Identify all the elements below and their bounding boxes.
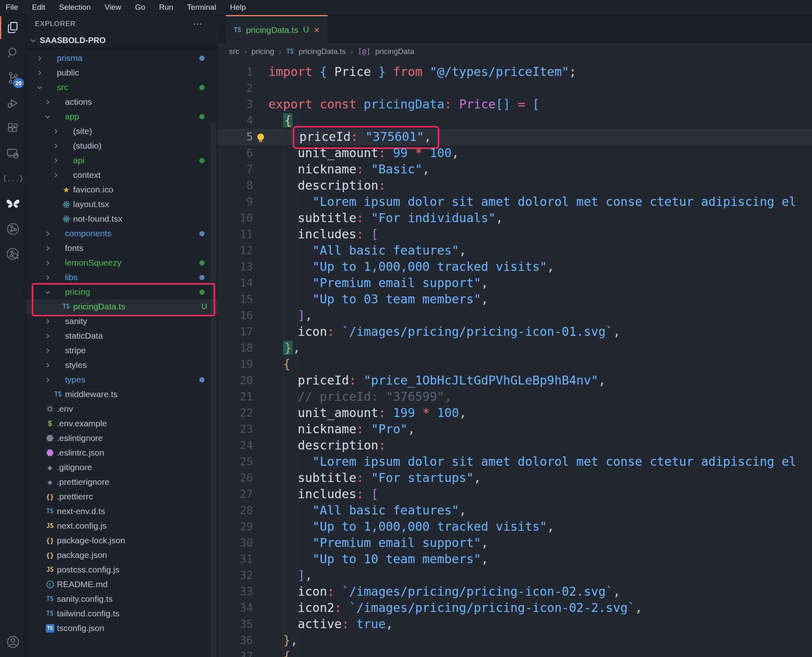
tree-item-context[interactable]: context — [26, 168, 218, 182]
menu-item-view[interactable]: View — [105, 3, 121, 12]
source-control-icon[interactable]: 20 — [0, 65, 26, 91]
breadcrumb-item-pricing[interactable]: pricing — [251, 47, 274, 56]
menu-item-file[interactable]: File — [6, 3, 18, 12]
menu-item-terminal[interactable]: Terminal — [187, 3, 216, 12]
code-line-21[interactable]: 21 // priceId: "376599", — [218, 389, 812, 405]
tab-pricingdata[interactable]: TS pricingData.ts U × — [226, 15, 328, 43]
code-line-7[interactable]: 7 nickname: "Basic", — [218, 161, 812, 177]
tree-item-api[interactable]: api — [26, 153, 218, 168]
account-icon[interactable] — [0, 629, 26, 655]
tree-item-public[interactable]: public — [26, 65, 218, 80]
code-editor[interactable]: 1import { Price } from "@/types/priceIte… — [218, 60, 812, 657]
tree-item-pricing[interactable]: pricing — [26, 285, 218, 299]
code-line-1[interactable]: 1import { Price } from "@/types/priceIte… — [218, 64, 812, 80]
code-line-12[interactable]: 12 "All basic features", — [218, 242, 812, 259]
menu-item-go[interactable]: Go — [135, 3, 145, 12]
tree-item-tsconfig.json[interactable]: TStsconfig.json — [26, 621, 218, 635]
code-line-20[interactable]: 20 priceId: "price_1ObHcJLtGdPVhGLeBp9hB… — [218, 372, 812, 389]
graph-circle-icon[interactable] — [0, 216, 26, 242]
code-line-28[interactable]: 28 "All basic features", — [218, 502, 812, 519]
workspace-root-folder[interactable]: SAASBOLD-PRO — [26, 33, 218, 48]
code-line-5[interactable]: 5 priceId: "375601", — [218, 129, 812, 145]
graph-search-circle-icon[interactable] — [0, 242, 26, 267]
code-line-25[interactable]: 25 "Lorem ipsum dolor sit amet dolorol m… — [218, 454, 812, 470]
tree-item-sanity.config.ts[interactable]: TSsanity.config.ts — [26, 592, 218, 606]
tree-item-app[interactable]: app — [26, 109, 218, 124]
explorer-more-actions-icon[interactable]: ⋯ — [193, 19, 203, 29]
tree-item-tailwind.config.ts[interactable]: TStailwind.config.ts — [26, 606, 218, 621]
breadcrumb-item-pricingData.ts[interactable]: pricingData.ts — [298, 47, 346, 56]
code-line-8[interactable]: 8 description: — [218, 177, 812, 194]
menu-item-run[interactable]: Run — [159, 3, 173, 12]
menu-item-edit[interactable]: Edit — [32, 3, 45, 12]
tree-item-pricingData.ts[interactable]: TSpricingData.tsU — [26, 299, 218, 314]
code-line-31[interactable]: 31 "Up to 10 team members", — [218, 551, 812, 567]
tree-item-.eslintignore[interactable]: .eslintignore — [26, 431, 218, 445]
code-line-3[interactable]: 3export const pricingData: Price[] = [ — [218, 96, 812, 112]
tree-item-not-found.tsx[interactable]: not-found.tsx — [26, 212, 218, 226]
explorer-icon[interactable] — [0, 15, 26, 40]
code-line-36[interactable]: 36 }, — [218, 632, 812, 648]
tree-item-studio[interactable]: (studio) — [26, 138, 218, 153]
code-line-37[interactable]: 37 { — [218, 648, 812, 657]
tree-item-postcss.config.js[interactable]: JSpostcss.config.js — [26, 562, 218, 577]
menu-item-help[interactable]: Help — [230, 3, 246, 12]
code-line-14[interactable]: 14 "Premium email support", — [218, 275, 812, 291]
code-line-19[interactable]: 19 { — [218, 356, 812, 372]
code-line-26[interactable]: 26 subtitle: "For startups", — [218, 470, 812, 486]
tree-item-libs[interactable]: libs — [26, 270, 218, 285]
code-line-13[interactable]: 13 "Up to 1,000,000 tracked visits", — [218, 259, 812, 275]
code-line-18[interactable]: 18 }, — [218, 340, 812, 356]
tree-item-styles[interactable]: styles — [26, 358, 218, 372]
tree-item-fonts[interactable]: fonts — [26, 241, 218, 255]
breadcrumb-item-pricingData[interactable]: pricingData — [375, 47, 414, 56]
code-line-17[interactable]: 17 icon: `/images/pricing/pricing-icon-0… — [218, 324, 812, 340]
tree-item-site[interactable]: (site) — [26, 124, 218, 138]
tree-item-.eslintrc.json[interactable]: .eslintrc.json — [26, 445, 218, 460]
tree-item-.gitignore[interactable]: ◆.gitignore — [26, 460, 218, 475]
code-line-32[interactable]: 32 ], — [218, 567, 812, 584]
code-line-2[interactable]: 2 — [218, 80, 812, 96]
lightbulb-icon[interactable] — [257, 134, 264, 140]
tree-item-middleware.ts[interactable]: TSmiddleware.ts — [26, 387, 218, 402]
tree-item-staticData[interactable]: staticData — [26, 328, 218, 343]
snippets-braces-icon[interactable]: {...} — [0, 166, 26, 191]
tree-item-package.json[interactable]: {}package.json — [26, 548, 218, 562]
tree-item-favicon.ico[interactable]: ★favicon.ico — [26, 182, 218, 197]
tree-item-lemonSqueezy[interactable]: lemonSqueezy — [26, 255, 218, 270]
tree-item-components[interactable]: components — [26, 226, 218, 241]
tree-item-src[interactable]: src — [26, 80, 218, 95]
tree-item-.env.example[interactable]: $.env.example — [26, 416, 218, 431]
tree-item-package-lock.json[interactable]: {}package-lock.json — [26, 533, 218, 548]
code-line-27[interactable]: 27 includes: [ — [218, 486, 812, 502]
sidebar-scrollbar[interactable] — [211, 122, 216, 657]
code-line-10[interactable]: 10 subtitle: "For individuals", — [218, 210, 812, 226]
code-line-35[interactable]: 35 active: true, — [218, 616, 812, 632]
tree-item-actions[interactable]: actions — [26, 95, 218, 109]
code-line-30[interactable]: 30 "Premium email support", — [218, 535, 812, 551]
menu-item-selection[interactable]: Selection — [59, 3, 91, 12]
code-line-15[interactable]: 15 "Up to 03 team members", — [218, 291, 812, 307]
remote-explorer-icon[interactable] — [0, 141, 26, 166]
code-line-16[interactable]: 16 ], — [218, 307, 812, 324]
close-icon[interactable]: × — [314, 25, 320, 35]
run-debug-icon[interactable] — [0, 91, 26, 116]
tree-item-layout.tsx[interactable]: layout.tsx — [26, 197, 218, 212]
tree-item-.prettierrc[interactable]: {}.prettierrc — [26, 489, 218, 504]
code-line-22[interactable]: 22 unit_amount: 199 * 100, — [218, 405, 812, 421]
tree-item-stripe[interactable]: stripe — [26, 343, 218, 358]
butterfly-icon[interactable] — [0, 191, 26, 216]
tree-item-README.md[interactable]: iREADME.md — [26, 577, 218, 592]
tree-item-next-env.d.ts[interactable]: TSnext-env.d.ts — [26, 504, 218, 519]
code-line-33[interactable]: 33 icon: `/images/pricing/pricing-icon-0… — [218, 584, 812, 600]
code-line-29[interactable]: 29 "Up to 1,000,000 tracked visits", — [218, 519, 812, 535]
code-line-9[interactable]: 9 "Lorem ipsum dolor sit amet dolorol me… — [218, 194, 812, 210]
tree-item-types[interactable]: types — [26, 372, 218, 387]
extensions-icon[interactable] — [0, 116, 26, 141]
tree-item-.prettierignore[interactable]: ◆.prettierignore — [26, 475, 218, 489]
search-icon[interactable] — [0, 40, 26, 65]
tree-item-next.config.js[interactable]: JSnext.config.js — [26, 519, 218, 533]
code-line-23[interactable]: 23 nickname: "Pro", — [218, 421, 812, 437]
tree-item-.env[interactable]: .env — [26, 402, 218, 416]
code-line-24[interactable]: 24 description: — [218, 437, 812, 454]
